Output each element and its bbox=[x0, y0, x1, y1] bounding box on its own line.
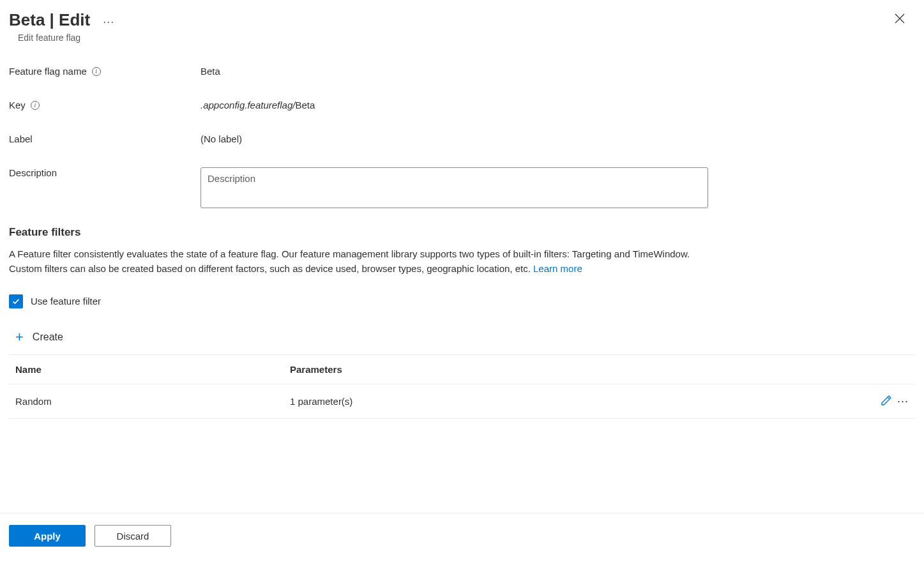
filters-description: A Feature filter consistently evaluates … bbox=[0, 245, 715, 277]
form-area: Feature flag name i Beta Key i .appconfi… bbox=[0, 43, 924, 208]
page-header: Beta | Edit ··· Edit feature flag bbox=[0, 0, 924, 43]
filter-params: 1 parameter(s) bbox=[277, 396, 858, 407]
name-label: Feature flag name bbox=[9, 66, 87, 77]
field-key-row: Key i .appconfig.featureflag/Beta bbox=[9, 100, 915, 110]
label-value: (No label) bbox=[201, 133, 242, 144]
close-button[interactable] bbox=[888, 10, 911, 28]
table-header: Name Parameters bbox=[9, 355, 915, 384]
create-filter-button[interactable]: + Create bbox=[0, 308, 924, 354]
col-header-params: Parameters bbox=[277, 364, 858, 375]
apply-button[interactable]: Apply bbox=[9, 525, 86, 547]
label-label: Label bbox=[9, 133, 33, 144]
discard-button[interactable]: Discard bbox=[95, 525, 171, 547]
more-actions-icon[interactable]: ··· bbox=[99, 15, 118, 29]
page-title: Beta | Edit bbox=[9, 10, 90, 30]
use-filter-checkbox[interactable] bbox=[9, 294, 23, 308]
field-label-row: Label (No label) bbox=[9, 133, 915, 144]
description-label: Description bbox=[9, 167, 57, 178]
pencil-icon bbox=[881, 395, 892, 406]
edit-filter-button[interactable] bbox=[881, 395, 892, 408]
use-filter-label: Use feature filter bbox=[31, 296, 101, 307]
table-row: Random 1 parameter(s) ··· bbox=[9, 384, 915, 419]
key-value: .appconfig.featureflag/Beta bbox=[201, 100, 315, 110]
create-label: Create bbox=[33, 331, 63, 343]
checkmark-icon bbox=[11, 297, 20, 306]
col-header-name: Name bbox=[15, 364, 277, 375]
field-name-row: Feature flag name i Beta bbox=[9, 66, 915, 77]
name-value: Beta bbox=[201, 66, 220, 77]
field-description-row: Description bbox=[9, 167, 915, 208]
plus-icon: + bbox=[15, 330, 24, 344]
footer: Apply Discard bbox=[0, 513, 924, 547]
filters-table: Name Parameters Random 1 parameter(s) ··… bbox=[9, 354, 915, 419]
info-icon[interactable]: i bbox=[31, 101, 40, 110]
close-icon bbox=[895, 13, 905, 24]
key-label: Key bbox=[9, 100, 26, 110]
filters-section-title: Feature filters bbox=[0, 224, 924, 245]
filter-name: Random bbox=[15, 396, 277, 407]
description-input[interactable] bbox=[201, 167, 708, 208]
row-more-icon[interactable]: ··· bbox=[897, 395, 909, 408]
page-subtitle: Edit feature flag bbox=[9, 30, 118, 43]
learn-more-link[interactable]: Learn more bbox=[533, 263, 582, 274]
use-filter-checkbox-row: Use feature filter bbox=[0, 277, 924, 308]
info-icon[interactable]: i bbox=[92, 67, 101, 76]
